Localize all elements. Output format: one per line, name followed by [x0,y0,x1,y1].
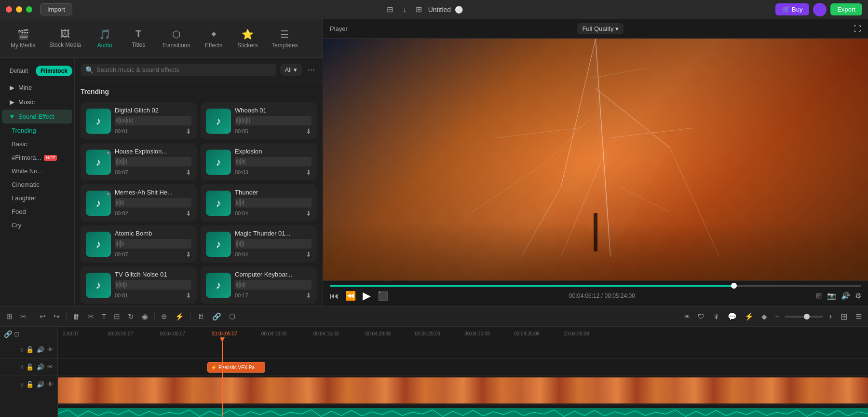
stop-button[interactable]: ⬛ [378,291,388,301]
import-button[interactable]: Import [40,3,72,15]
select-tool[interactable]: ⊞ [4,310,15,323]
caption-icon[interactable]: 💬 [725,310,739,323]
undo-tool[interactable]: ↩ [37,310,48,323]
playhead[interactable] [222,341,223,417]
cut-tool[interactable]: ✂ [18,310,29,323]
sound-card-8[interactable]: ♪ Magic Thunder 01... 00:04 ⬇ [201,225,317,263]
zoom-thumb[interactable] [804,314,810,320]
tab-audio[interactable]: 🎵 Audio [88,25,122,53]
ripple-tool[interactable]: ⊕ [159,310,170,323]
sound-card-4[interactable]: ♪ Explosion 00:03 ⬇ [201,143,317,181]
clip-effect-vfx[interactable]: ⚡ Realistic VFX Pa [207,362,265,373]
sidebar-sub-basic[interactable]: Basic [2,138,72,151]
settings-icon[interactable]: ⚙ [855,292,861,300]
sound-card-10[interactable]: ♪ Computer Keyboar... 00:17 ⬇ [201,266,317,304]
tab-my-media[interactable]: 🎬 My Media [4,25,42,53]
sidebar-item-mine[interactable]: ▶ Mine [2,81,72,95]
audio-tool[interactable]: 🎚 [195,310,207,322]
text-tool[interactable]: T [99,310,108,322]
default-tab[interactable]: Default [5,66,33,76]
download-btn-4[interactable]: ⬇ [306,168,312,176]
filter-all-button[interactable]: All ▾ [280,64,302,76]
track-vis-3[interactable]: 👁 [47,381,54,388]
group-tool[interactable]: ⬡ [227,310,238,323]
download-btn-7[interactable]: ⬇ [186,250,191,258]
tab-transitions[interactable]: ⬡ Transitions [155,25,197,53]
voice-icon[interactable]: 🎙 [710,310,722,322]
track-audio-4[interactable]: 🔊 [37,363,44,371]
screenshot-icon[interactable]: 📷 [827,292,836,300]
color-grading-icon[interactable]: ☀ [681,310,692,323]
download-btn-2[interactable]: ⬇ [306,127,312,135]
search-input[interactable] [96,66,271,73]
sidebar-sub-filmora[interactable]: #Filmora... HOT [2,151,72,164]
sidebar-sub-laughter[interactable]: Laughter [2,192,72,205]
track-lock-4[interactable]: 🔓 [26,363,34,371]
window-maximize-btn[interactable] [26,6,32,13]
snap-icon[interactable]: ⊡ [14,330,20,338]
tab-effects[interactable]: ✦ Effects [197,25,231,53]
volume-icon[interactable]: 🔊 [841,292,850,300]
sound-card-9[interactable]: ♪ TV Glitch Noise 01 00:01 ⬇ [81,266,197,304]
window-minimize-btn[interactable] [16,6,22,13]
tab-stock-media[interactable]: 🖼 Stock Media [42,25,88,52]
redo-tool[interactable]: ↪ [51,310,62,323]
link-tool[interactable]: 🔗 [210,310,224,323]
minus-zoom-icon[interactable]: − [773,310,782,322]
prev-frame-button[interactable]: ⏪ [345,291,356,301]
track-vis-4[interactable]: 👁 [47,363,54,371]
subtitle-tool[interactable]: ⊟ [111,310,122,323]
filmstock-tab[interactable]: Filmstock [36,66,72,76]
link-tracks-icon[interactable]: 🔗 [4,330,12,338]
download-cloud-icon[interactable]: ↓ [399,4,410,15]
progress-thumb[interactable] [731,283,737,289]
clip-video-main[interactable] [58,377,868,403]
crop-icon[interactable]: ⊞ [816,292,822,300]
download-btn-5[interactable]: ⬇ [186,209,191,217]
audio-effect-icon[interactable]: 🛡 [695,310,707,322]
sidebar-sub-trending[interactable]: Trending [2,124,72,137]
track-lock-3[interactable]: 🔓 [26,381,34,388]
timeline-settings-icon[interactable]: ☰ [853,310,864,323]
fullscreen-icon[interactable]: ⛶ [854,25,861,33]
buy-button[interactable]: 🛒 Buy [775,3,809,15]
blade-tool[interactable]: ✂ [85,310,96,323]
plus-zoom-icon[interactable]: + [826,310,835,322]
keyframe-icon[interactable]: ◆ [759,310,770,323]
track-vis-5[interactable]: 👁 [47,346,54,353]
window-close-btn[interactable] [6,6,12,13]
sidebar-item-sound-effect[interactable]: ▼ Sound Effect [2,110,72,124]
sound-card-7[interactable]: ♪ Atomic Bomb 00:07 ⬇ [81,225,197,263]
sound-card-3[interactable]: ♪ ♥ House Explosion... 00:07 ⬇ [81,143,197,181]
layout-icon[interactable]: ⊞ [414,4,424,15]
sound-card-2[interactable]: ♪ Whoosh 01 00:05 ⬇ [201,102,317,139]
tab-stickers[interactable]: ⭐ Stickers [231,25,265,53]
sidebar-sub-cry[interactable]: Cry [2,219,72,232]
download-btn-9[interactable]: ⬇ [186,292,191,299]
sidebar-item-music[interactable]: ▶ Music [2,95,72,109]
freeze-tool[interactable]: ◉ [139,310,150,323]
ai-icon[interactable]: ⚡ [742,310,756,323]
speed-tool[interactable]: ⚡ [173,310,187,323]
sidebar-sub-whitenoise[interactable]: White No... [2,165,72,178]
add-track-button[interactable]: ⊞ [838,309,850,324]
export-button[interactable]: Export [830,3,862,15]
sound-card-6[interactable]: ♪ Thunder 00:04 ⬇ [201,184,317,222]
progress-bar[interactable] [330,285,861,287]
clip-audio-main[interactable] [58,408,868,417]
skip-back-button[interactable]: ⏮ [330,291,339,301]
download-btn-10[interactable]: ⬇ [306,292,312,299]
user-avatar[interactable] [813,3,827,16]
rotate-tool[interactable]: ↻ [125,310,136,323]
sound-card-1[interactable]: ♪ Digital Glitch 02 00:01 ⬇ [81,102,197,139]
download-btn-1[interactable]: ⬇ [186,127,191,135]
play-button[interactable]: ▶ [363,290,371,302]
quality-select[interactable]: Full Quality ▾ [577,23,624,34]
more-options-button[interactable]: ··· [306,63,317,77]
download-btn-3[interactable]: ⬇ [186,168,191,176]
tab-templates[interactable]: ☰ Templates [265,25,305,53]
download-btn-8[interactable]: ⬇ [306,250,312,258]
zoom-slider[interactable] [785,316,823,318]
track-audio-5[interactable]: 🔊 [37,346,44,353]
tab-titles[interactable]: T Titles [122,25,155,52]
